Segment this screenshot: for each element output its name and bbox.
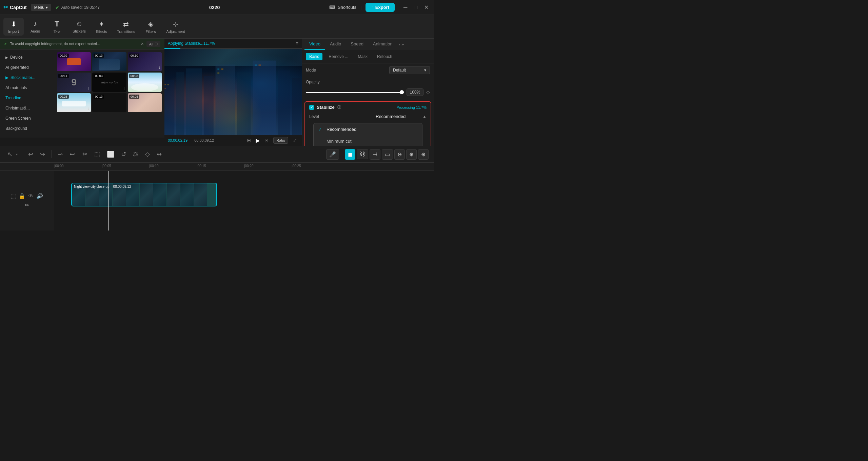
nav-trending[interactable]: Trending xyxy=(0,93,54,103)
close-button[interactable]: ✕ xyxy=(422,3,431,11)
subtab-remove[interactable]: Remove ... xyxy=(325,53,352,60)
svg-rect-6 xyxy=(253,61,276,135)
media-thumb-2[interactable]: 00:13 xyxy=(92,52,126,71)
media-thumb-5[interactable]: enjoy my life 00:03 ↓ xyxy=(92,73,126,92)
lock-track-button[interactable]: 🔒 xyxy=(19,193,25,199)
tool-transitions[interactable]: ⇄ Transitions xyxy=(113,18,139,36)
opacity-label: Opacity xyxy=(306,80,320,84)
menu-button[interactable]: Menu ▾ xyxy=(31,4,51,11)
media-thumb-1[interactable]: 00:09 xyxy=(57,52,91,71)
nav-green-screen-label: Green Screen xyxy=(5,116,31,121)
media-thumb-3[interactable]: 00:10 ↓ xyxy=(128,52,162,71)
all-filter-button[interactable]: All ⊟ xyxy=(146,41,160,47)
tool-adjustment[interactable]: ⊹ Adjustment xyxy=(162,18,189,36)
tool-import[interactable]: ⬇ Import xyxy=(3,18,24,36)
tool-stickers[interactable]: ☺ Stickers xyxy=(68,18,90,35)
split-button[interactable]: ⊸ xyxy=(56,149,65,159)
nav-stock-material[interactable]: ▶ Stock mater... xyxy=(0,73,54,83)
opacity-slider[interactable] xyxy=(306,92,404,93)
minimize-button[interactable]: ─ xyxy=(401,3,409,11)
tab-video[interactable]: Video xyxy=(304,39,325,50)
mute-track-button[interactable]: 🔊 xyxy=(36,193,43,199)
maximize-button[interactable]: □ xyxy=(412,3,419,11)
undo-button[interactable]: ↩ xyxy=(26,149,35,159)
dropdown-recommended-label: Recommended xyxy=(327,127,356,132)
dropdown-minimum-cut[interactable]: Minimum cut xyxy=(314,135,422,146)
caption-button[interactable]: ▭ xyxy=(382,149,393,160)
svg-rect-7 xyxy=(278,71,290,135)
tab-animation[interactable]: Animation xyxy=(368,39,397,50)
clip-button[interactable]: ◼ xyxy=(345,149,355,160)
dropdown-recommended[interactable]: ✓ Recommended xyxy=(314,123,422,135)
stabilize-title-text: Stabilize xyxy=(317,105,335,110)
mode-dropdown[interactable]: Default ▾ xyxy=(389,66,430,74)
tool-text[interactable]: T Text xyxy=(47,18,67,36)
level-dropdown[interactable]: Recommended ▲ xyxy=(376,113,427,120)
media-thumb-6[interactable]: 00:08 xyxy=(128,73,162,92)
tool-effects[interactable]: ✦ Effects xyxy=(91,18,112,36)
grid-view-button[interactable]: ⊞ xyxy=(245,137,252,144)
thumb-4-download-icon: ↓ xyxy=(87,86,90,91)
frame-button[interactable]: ⬜ xyxy=(105,149,116,159)
mic-button[interactable]: 🎤 xyxy=(326,149,339,160)
nav-green-screen[interactable]: Green Screen xyxy=(0,113,54,123)
fit-screen-button[interactable]: ⊡ xyxy=(263,137,270,144)
ratio-button[interactable]: Ratio xyxy=(273,137,288,144)
track-control-buttons: ⬚ 🔒 👁 🔊 xyxy=(11,193,43,199)
video-clip[interactable]: Night view city close-up 00:00:09:12 xyxy=(71,183,217,206)
media-thumb-7[interactable]: 00:23 ↓ xyxy=(57,93,91,112)
shortcuts-button[interactable]: ⌨ Shortcuts xyxy=(329,5,356,10)
tool-audio[interactable]: ♪ Audio xyxy=(25,18,45,35)
speed-tool[interactable]: ◇ xyxy=(143,149,152,159)
fullscreen-button[interactable]: ⤢ xyxy=(292,137,298,144)
media-thumb-4[interactable]: 9 00:11 ↓ xyxy=(57,73,91,92)
play-button[interactable]: ▶ xyxy=(256,137,260,144)
trim-button[interactable]: ⊷ xyxy=(67,149,78,159)
export-button[interactable]: ↑ Export xyxy=(366,3,395,12)
nav-ai-generated[interactable]: AI generated xyxy=(0,62,54,73)
nav-background[interactable]: Background xyxy=(0,123,54,134)
media-thumb-9[interactable]: 00:05 xyxy=(128,93,162,112)
cut-button[interactable]: ✂ xyxy=(80,149,90,159)
notice-close-button[interactable]: ✕ xyxy=(141,42,144,46)
edit-track-button[interactable]: ✏ xyxy=(25,202,29,208)
split-track-button[interactable]: ⊣ xyxy=(370,149,380,160)
replace-button[interactable]: ↭ xyxy=(155,149,164,159)
opacity-keyframe-button[interactable]: ◇ xyxy=(426,89,430,95)
nav-ai-materials[interactable]: AI materials xyxy=(0,83,54,93)
select-tool[interactable]: ↖ xyxy=(5,149,15,159)
subtab-basic[interactable]: Basic xyxy=(306,53,322,60)
rotate-button[interactable]: ↺ xyxy=(119,149,128,159)
video-preview xyxy=(164,49,302,135)
subtab-retouch[interactable]: Retouch xyxy=(374,53,396,60)
clip-frame-10 xyxy=(194,183,208,206)
thumb-2-duration: 00:13 xyxy=(94,54,104,58)
tab-more-button[interactable]: › xyxy=(399,42,400,47)
notice-content: ✔ To avoid copyright infringement, do no… xyxy=(4,42,100,46)
subtab-mask[interactable]: Mask xyxy=(354,53,371,60)
nav-christmas[interactable]: Christmas&... xyxy=(0,103,54,113)
nav-device[interactable]: ▶ Device xyxy=(0,52,54,62)
chevron-icon: ▶ xyxy=(5,56,8,59)
redo-button[interactable]: ↪ xyxy=(38,149,47,159)
video-track-icon[interactable]: ⬚ xyxy=(11,193,16,199)
link-button[interactable]: ⛓ xyxy=(357,149,368,159)
flip-button[interactable]: ⚖ xyxy=(131,149,140,159)
subtab-remove-label: Remove ... xyxy=(329,54,348,59)
tool-filters[interactable]: ◈ Filters xyxy=(141,18,161,36)
zoom-in-button[interactable]: ⊕ xyxy=(406,149,417,160)
media-thumb-8[interactable]: 00:13 xyxy=(92,93,126,112)
zoom-out-button[interactable]: ⊖ xyxy=(394,149,405,160)
tab-audio[interactable]: Audio xyxy=(325,39,346,50)
video-menu-icon[interactable]: ≡ xyxy=(296,41,298,46)
tab-speed[interactable]: Speed xyxy=(346,39,368,50)
timeline-ruler: |00:00 |00:05 |00:10 |00:15 |00:20 |00:2… xyxy=(0,163,434,171)
add-button[interactable]: ⊕ xyxy=(418,149,429,160)
nav-ai-generated-label: AI generated xyxy=(5,65,29,70)
playhead xyxy=(108,171,109,230)
level-dropdown-menu: ✓ Recommended Minimum cut Most stable xyxy=(313,123,422,146)
stabilize-checkbox[interactable]: ✓ xyxy=(309,105,314,110)
crop-button[interactable]: ⬚ xyxy=(92,149,102,159)
tab-expand-button[interactable]: » xyxy=(401,42,404,47)
hide-track-button[interactable]: 👁 xyxy=(28,193,34,199)
